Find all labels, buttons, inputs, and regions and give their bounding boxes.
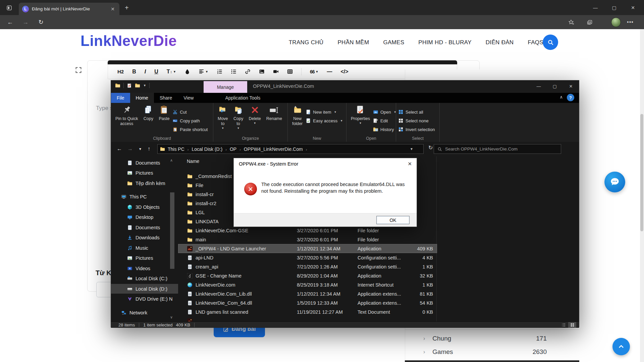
cut-button[interactable]: Cut bbox=[172, 108, 208, 116]
ribbon-collapse-icon[interactable]: ∧ bbox=[559, 95, 563, 100]
sidebar-item-dvd-drive-e-n[interactable]: DVD Drive (E:) N bbox=[127, 294, 172, 304]
ribbon-tab-file[interactable]: File bbox=[111, 93, 130, 103]
invert-selection-button[interactable]: Invert selection bbox=[398, 125, 435, 134]
profile-avatar[interactable] bbox=[611, 17, 621, 27]
chevron-right-icon[interactable]: › bbox=[306, 147, 307, 152]
chevron-right-icon[interactable]: › bbox=[239, 147, 241, 152]
history-button[interactable]: History bbox=[373, 125, 396, 134]
sidebar-scroll-down-icon[interactable]: ∨ bbox=[170, 315, 173, 319]
dialog-close-icon[interactable]: ✕ bbox=[408, 161, 412, 167]
fullscreen-icon[interactable] bbox=[75, 67, 82, 75]
sidebar-item-network[interactable]: Network bbox=[121, 308, 147, 317]
breadcrumb[interactable]: This PC›Local Disk (D:)›OP›OPPW4_LinkNev… bbox=[157, 144, 424, 154]
explorer-close-button[interactable]: ✕ bbox=[563, 80, 579, 92]
align-icon[interactable]: ▼ bbox=[199, 69, 208, 74]
file-row[interactable]: LinkNeverDie.Com_Lib.dll1/12/2021 12:34 … bbox=[178, 289, 437, 298]
insert-image-icon[interactable] bbox=[259, 69, 265, 74]
sidebar-item-documents[interactable]: Documents bbox=[127, 158, 160, 168]
sidebar-item-pictures[interactable]: Pictures bbox=[127, 168, 153, 178]
file-row[interactable]: GSE - Change Name8/29/2020 1:04 AMApplic… bbox=[178, 271, 437, 280]
file-row[interactable]: main3/27/2020 6:01 PMFile folder bbox=[178, 235, 437, 244]
ok-button[interactable]: OK bbox=[376, 216, 410, 224]
bold-icon[interactable]: B bbox=[132, 69, 136, 75]
copy-button[interactable]: Copy bbox=[141, 105, 156, 121]
category-row-chung[interactable]: ›Chung171 bbox=[405, 332, 579, 345]
new-item-button[interactable]: New item▼ bbox=[306, 108, 343, 116]
heading-icon[interactable]: H2 bbox=[117, 69, 124, 74]
edit-button[interactable]: Edit bbox=[373, 116, 396, 125]
sidebar-item-this-pc[interactable]: This PC bbox=[121, 192, 147, 202]
explorer-refresh-icon[interactable]: ↻ bbox=[428, 144, 433, 151]
browser-menu-icon[interactable]: ••• bbox=[625, 18, 635, 26]
sidebar-item-documents[interactable]: Documents bbox=[127, 223, 160, 232]
explorer-minimize-button[interactable]: — bbox=[531, 80, 547, 92]
quote-icon[interactable]: 66▼ bbox=[310, 69, 319, 74]
explorer-maximize-button[interactable]: ▢ bbox=[547, 80, 563, 92]
editor-placeholder[interactable]: Type s bbox=[96, 105, 113, 112]
new-folder-quick-icon[interactable] bbox=[135, 83, 140, 88]
nav-item-phim-hd-bluray[interactable]: PHIM HD - BLURAY bbox=[418, 39, 471, 46]
italic-icon[interactable]: I bbox=[145, 69, 146, 75]
horizontal-rule-icon[interactable]: — bbox=[327, 69, 332, 75]
tab-close-icon[interactable]: ✕ bbox=[109, 6, 116, 12]
sidebar-item-local-disk-c-[interactable]: Local Disk (C:) bbox=[127, 274, 167, 284]
sidebar-scrollbar[interactable] bbox=[170, 192, 174, 269]
paste-button[interactable]: Paste bbox=[156, 105, 172, 121]
file-row[interactable]: api-LND3/27/2020 5:56 PMConfiguration se… bbox=[178, 253, 437, 262]
ordered-list-icon[interactable] bbox=[217, 69, 222, 74]
window-close-button[interactable]: ✕ bbox=[625, 0, 641, 15]
favorites-icon[interactable] bbox=[566, 18, 576, 26]
forward-button[interactable]: → bbox=[21, 18, 30, 26]
file-row[interactable]: cream_api7/21/2020 1:26 AMConfiguration … bbox=[178, 262, 437, 271]
site-logo[interactable]: LinkNeverDie bbox=[80, 33, 177, 49]
breadcrumb-item[interactable]: OPPW4_LinkNeverDie.Com bbox=[244, 146, 303, 152]
explorer-search-box[interactable]: Search OPPW4_LinkNeverDie.Com bbox=[434, 144, 561, 154]
ribbon-tab-home[interactable]: Home bbox=[130, 93, 154, 103]
properties-quick-icon[interactable] bbox=[127, 83, 132, 88]
folder-icon[interactable] bbox=[115, 83, 120, 88]
file-row[interactable]: LinkNeverDie.Com-GSE3/27/2020 6:01 PMFil… bbox=[178, 226, 437, 235]
rename-button[interactable]: Rename bbox=[264, 105, 284, 121]
open-button[interactable]: Open▼ bbox=[373, 108, 396, 116]
breadcrumb-item[interactable]: Local Disk (D:) bbox=[192, 146, 222, 152]
new-folder-button[interactable]: Newfolder bbox=[290, 105, 305, 126]
ribbon-tab-share[interactable]: Share bbox=[154, 93, 178, 103]
explorer-forward-button[interactable]: → bbox=[126, 144, 135, 153]
chevron-right-icon[interactable]: › bbox=[187, 147, 189, 152]
bullet-list-icon[interactable] bbox=[231, 69, 236, 74]
address-dropdown-caret[interactable]: ▼ bbox=[410, 147, 413, 151]
explorer-titlebar[interactable]: ▼ Manage OPPW4_LinkNeverDie.Com — ▢ ✕ bbox=[111, 80, 579, 93]
site-search-button[interactable] bbox=[543, 35, 558, 50]
sidebar-item-music[interactable]: Music bbox=[127, 243, 148, 253]
sidebar-item-videos[interactable]: Videos bbox=[127, 263, 150, 273]
nav-item-ph-n-m-m[interactable]: PHẦN MỀM bbox=[337, 39, 369, 46]
copy-to-button[interactable]: Copyto▼ bbox=[231, 105, 246, 130]
sidebar-item-local-disk-d-[interactable]: Local Disk (D:) bbox=[111, 284, 178, 294]
file-row[interactable]: _OPPW4 - LND Game Launcher1/12/2021 12:3… bbox=[178, 244, 437, 253]
browser-tab[interactable]: L Đăng bài mới | LinkNeverDie ✕ bbox=[19, 3, 119, 15]
text-color-icon[interactable] bbox=[184, 69, 190, 74]
details-view-button[interactable] bbox=[559, 322, 568, 328]
select-all-button[interactable]: Select all bbox=[398, 108, 435, 116]
back-button[interactable]: ← bbox=[5, 18, 15, 26]
customize-toolbar-caret[interactable]: ▼ bbox=[143, 84, 146, 87]
explorer-up-button[interactable]: ↑ bbox=[145, 144, 153, 153]
pin-to-quick-access-button[interactable]: Pin to Quickaccess bbox=[113, 105, 140, 126]
move-to-button[interactable]: Moveto▼ bbox=[215, 105, 230, 130]
nav-item-games[interactable]: GAMES bbox=[383, 39, 404, 46]
new-tab-button[interactable]: + bbox=[125, 4, 129, 12]
file-row[interactable]: LinkNeverDie_Com_64.dll1/5/2019 12:33 AM… bbox=[178, 298, 437, 307]
code-icon[interactable]: </> bbox=[340, 69, 348, 75]
insert-video-icon[interactable] bbox=[273, 69, 279, 74]
refresh-button[interactable]: ↻ bbox=[36, 18, 46, 26]
thumbnail-view-button[interactable] bbox=[568, 322, 576, 328]
page-scrollbar[interactable] bbox=[640, 29, 644, 362]
tab-actions-icon[interactable] bbox=[5, 3, 13, 12]
easy-access-button[interactable]: Easy access▼ bbox=[306, 116, 343, 125]
sidebar-item-3d-objects[interactable]: 3D Objects bbox=[127, 202, 160, 212]
nav-item-faqs[interactable]: FAQS bbox=[528, 39, 543, 46]
breadcrumb-item[interactable]: This PC bbox=[168, 146, 184, 152]
paste-shortcut-button[interactable]: Paste shortcut bbox=[172, 125, 208, 134]
explorer-back-button[interactable]: ← bbox=[115, 144, 124, 153]
nav-item-trang-ch-[interactable]: TRANG CHỦ bbox=[289, 39, 324, 46]
